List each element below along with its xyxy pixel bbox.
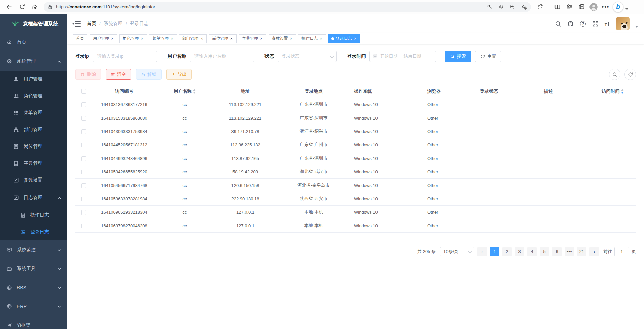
tab-部门管理[interactable]: 部门管理× bbox=[179, 34, 207, 43]
sidebar-item-字典管理[interactable]: 字典管理 bbox=[0, 155, 67, 172]
sidebar-item-登录日志[interactable]: 登录日志 bbox=[0, 224, 67, 240]
toggle-search-button[interactable] bbox=[609, 69, 620, 80]
refresh-table-button[interactable] bbox=[624, 69, 636, 80]
page-button-6[interactable]: 6 bbox=[552, 247, 562, 256]
row-checkbox[interactable] bbox=[81, 156, 86, 161]
tab-角色管理[interactable]: 角色管理× bbox=[119, 34, 147, 43]
row-checkbox[interactable] bbox=[81, 102, 86, 107]
bing-caret-icon[interactable] bbox=[625, 8, 628, 10]
more-icon[interactable]: ••• bbox=[600, 1, 611, 13]
close-icon[interactable]: × bbox=[230, 36, 233, 41]
page-button-1[interactable]: 1 bbox=[490, 247, 499, 256]
tab-岗位管理[interactable]: 岗位管理× bbox=[209, 34, 237, 43]
tab-字典管理[interactable]: 字典管理× bbox=[239, 34, 266, 43]
sort-desc-icon[interactable] bbox=[621, 92, 624, 94]
row-checkbox[interactable] bbox=[81, 116, 86, 121]
sort-carets-icon[interactable] bbox=[621, 89, 624, 94]
status-select[interactable]: 登录状态 bbox=[278, 51, 337, 62]
unlock-button[interactable]: 解锁 bbox=[136, 69, 162, 80]
url-text[interactable]: https://ccnetcore.com:1101/system/log/lo… bbox=[56, 4, 485, 9]
page-button-2[interactable]: 2 bbox=[502, 247, 512, 256]
back-icon[interactable] bbox=[3, 1, 15, 13]
row-checkbox[interactable] bbox=[81, 183, 86, 188]
profile-icon[interactable] bbox=[588, 1, 599, 13]
page-size-select[interactable]: 10条/页 bbox=[440, 247, 474, 256]
address-bar[interactable]: https://ccnetcore.com:1101/system/log/lo… bbox=[44, 2, 531, 12]
zoom-out-icon[interactable] bbox=[507, 2, 517, 12]
login-ip-input[interactable]: 请输入登录Ip bbox=[93, 51, 157, 62]
tab-菜单管理[interactable]: 菜单管理× bbox=[149, 34, 177, 43]
close-icon[interactable]: × bbox=[354, 36, 357, 41]
font-size-icon[interactable]: TT bbox=[605, 21, 610, 27]
reload-icon[interactable] bbox=[16, 1, 28, 13]
sidebar-item-首页[interactable]: 首页 bbox=[0, 33, 67, 52]
sidebar-item-系统管理[interactable]: 系统管理 bbox=[0, 52, 67, 71]
column-header-访问时间[interactable]: 访问时间 bbox=[589, 85, 636, 98]
sidebar-item-系统监控[interactable]: 系统监控 bbox=[0, 240, 67, 259]
sidebar-item-角色管理[interactable]: 角色管理 bbox=[0, 88, 67, 104]
row-checkbox[interactable] bbox=[81, 210, 86, 215]
sort-asc-icon[interactable] bbox=[621, 89, 624, 91]
select-all-checkbox[interactable] bbox=[81, 89, 86, 94]
user-menu-caret-icon[interactable] bbox=[635, 26, 638, 28]
sort-asc-icon[interactable] bbox=[193, 89, 196, 91]
row-checkbox[interactable] bbox=[81, 224, 86, 228]
fullscreen-icon[interactable] bbox=[592, 20, 599, 27]
table-row[interactable]: 1641044520567181312cc112.96.225.132广东省-广… bbox=[75, 138, 636, 152]
column-header-用户名称[interactable]: 用户名称 bbox=[156, 85, 213, 98]
search-button[interactable]: 搜索 bbox=[445, 51, 471, 62]
reset-button[interactable]: 重置 bbox=[475, 51, 501, 62]
tab-登录日志[interactable]: 登录日志× bbox=[328, 34, 360, 43]
hamburger-icon[interactable] bbox=[73, 21, 81, 27]
sidebar-item-操作日志[interactable]: 操作日志 bbox=[0, 207, 67, 224]
row-checkbox[interactable] bbox=[81, 170, 86, 174]
search-icon[interactable] bbox=[555, 20, 562, 27]
tab-操作日志[interactable]: 操作日志× bbox=[298, 34, 326, 43]
close-icon[interactable]: × bbox=[141, 36, 144, 41]
table-row[interactable]: 1641031533185863680cc113.102.129.221广东省-… bbox=[75, 111, 636, 125]
collections-icon[interactable] bbox=[564, 1, 575, 13]
export-button[interactable]: 导出 bbox=[166, 69, 192, 80]
tab-用户管理[interactable]: 用户管理× bbox=[90, 34, 117, 43]
tab-首页[interactable]: 首页 bbox=[73, 34, 87, 43]
sidebar-item-菜单管理[interactable]: 菜单管理 bbox=[0, 104, 67, 121]
key-icon[interactable] bbox=[485, 2, 494, 12]
table-row[interactable]: 1641044993248464896cc113.87.92.165广东省-深圳… bbox=[75, 152, 636, 165]
row-checkbox[interactable] bbox=[81, 129, 86, 134]
sidebar-item-ERP[interactable]: ERP bbox=[0, 297, 67, 316]
sidebar-item-岗位管理[interactable]: 岗位管理 bbox=[0, 138, 67, 155]
sidebar-item-参数设置[interactable]: 参数设置 bbox=[0, 172, 67, 189]
read-aloud-icon[interactable] bbox=[496, 2, 505, 12]
help-icon[interactable]: ? bbox=[580, 20, 586, 27]
sidebar-item-部门管理[interactable]: 部门管理 bbox=[0, 121, 67, 138]
table-row[interactable]: 1641059633978281984cc222.90.130.18陕西省-西安… bbox=[75, 192, 636, 205]
app-logo[interactable]: 意框架管理系统 bbox=[0, 14, 67, 33]
tab-actions-icon[interactable] bbox=[576, 1, 587, 13]
row-checkbox[interactable] bbox=[81, 143, 86, 147]
table-row[interactable]: 1641069652933218304cc127.0.0.1本地-本机Windo… bbox=[75, 205, 636, 219]
page-button-4[interactable]: 4 bbox=[527, 247, 537, 256]
next-page-button[interactable]: › bbox=[589, 247, 599, 256]
table-row[interactable]: 1641053426655825920cc58.19.42.209湖北省-武汉市… bbox=[75, 165, 636, 178]
clear-button[interactable]: 清空 bbox=[106, 69, 131, 80]
sort-desc-icon[interactable] bbox=[193, 92, 196, 94]
pager-ellipsis[interactable]: ••• bbox=[565, 247, 574, 256]
sort-carets-icon[interactable] bbox=[193, 89, 196, 94]
split-screen-icon[interactable] bbox=[551, 1, 563, 13]
user-name-input[interactable]: 请输入用户名称 bbox=[190, 51, 254, 62]
sidebar-item-Yi框架[interactable]: Yi框架 bbox=[0, 316, 67, 329]
sidebar-item-日志管理[interactable]: 日志管理 bbox=[0, 189, 67, 207]
bing-chat-icon[interactable]: b bbox=[613, 2, 623, 12]
tab-参数设置[interactable]: 参数设置× bbox=[269, 34, 296, 43]
page-button-21[interactable]: 21 bbox=[577, 247, 586, 256]
user-avatar[interactable] bbox=[616, 17, 630, 30]
close-icon[interactable]: × bbox=[319, 36, 323, 41]
sidebar-item-系统工具[interactable]: 系统工具 bbox=[0, 259, 67, 278]
sidebar-item-BBS[interactable]: BBS bbox=[0, 278, 67, 297]
page-button-3[interactable]: 3 bbox=[515, 247, 524, 256]
home-icon[interactable] bbox=[29, 1, 40, 13]
row-checkbox[interactable] bbox=[81, 197, 86, 201]
page-button-5[interactable]: 5 bbox=[540, 247, 549, 256]
goto-page-input[interactable]: 1 bbox=[614, 247, 629, 256]
sidebar-item-用户管理[interactable]: 用户管理 bbox=[0, 71, 67, 88]
